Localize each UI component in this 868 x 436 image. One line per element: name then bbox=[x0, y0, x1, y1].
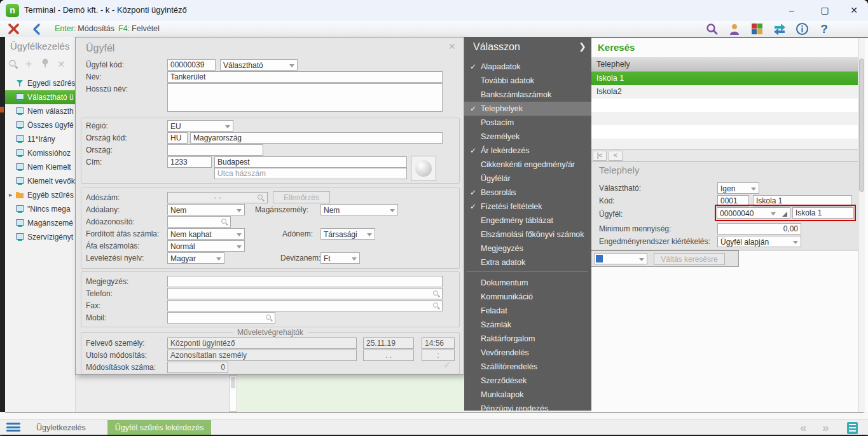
menu-item[interactable]: Ár lekérdezés bbox=[464, 144, 591, 158]
street-input[interactable] bbox=[214, 168, 407, 179]
sidebar-item[interactable]: Magánszemé bbox=[5, 216, 75, 230]
region-select[interactable]: EU bbox=[167, 120, 233, 132]
menu-item[interactable]: Ügyfélár bbox=[464, 172, 591, 186]
site-row[interactable]: Iskola 1 bbox=[591, 72, 858, 85]
sidebar-item[interactable]: Komissióhoz bbox=[5, 146, 75, 160]
help-icon[interactable]: ? bbox=[815, 22, 833, 36]
sidebar-item[interactable]: Összes ügyfé bbox=[5, 118, 75, 132]
site-customer-combo[interactable]: 00000040 bbox=[717, 207, 790, 219]
workspace-scroll-thumb[interactable] bbox=[231, 377, 235, 388]
sidebar-item[interactable]: Klemelt vevők bbox=[5, 174, 75, 188]
right-scroll-thumb[interactable] bbox=[859, 58, 864, 192]
vat-account-select[interactable]: Normál bbox=[167, 240, 245, 252]
long-name-textarea[interactable] bbox=[167, 83, 443, 112]
minimize-button[interactable]: – bbox=[781, 3, 803, 18]
mobile-input[interactable] bbox=[167, 312, 275, 324]
close-button[interactable]: ✕ bbox=[843, 3, 865, 18]
mail-lang-select[interactable]: Magyar bbox=[167, 252, 224, 264]
menu-item[interactable]: Postacím bbox=[464, 116, 591, 130]
pager-prev-button[interactable]: < bbox=[609, 151, 623, 161]
phone-input[interactable] bbox=[167, 288, 443, 299]
transfer-arrows-icon[interactable] bbox=[770, 22, 789, 36]
switch-select[interactable] bbox=[594, 253, 647, 264]
country-input[interactable] bbox=[167, 144, 263, 156]
combo-dropdown-icon[interactable] bbox=[771, 212, 776, 218]
collapse-chevron-icon[interactable]: ❯ bbox=[579, 41, 586, 51]
tax-subject-select[interactable]: Nem bbox=[167, 204, 245, 215]
pager-first-button[interactable]: |< bbox=[593, 151, 607, 161]
menu-item[interactable]: Raktárforgalom bbox=[464, 332, 591, 346]
fax-input[interactable] bbox=[167, 300, 443, 311]
tax-id-search-icon[interactable] bbox=[221, 219, 228, 226]
menu-item[interactable]: Telephelyek bbox=[464, 102, 591, 116]
menu-item[interactable]: Számlák bbox=[464, 318, 591, 332]
info-icon[interactable] bbox=[793, 22, 811, 36]
reverse-vat-select[interactable]: Nem kaphat bbox=[167, 228, 245, 240]
sidebar-item[interactable]: Nem választh bbox=[5, 104, 75, 118]
document-list-icon[interactable] bbox=[847, 422, 858, 434]
menu-item[interactable]: Dokumentum bbox=[464, 276, 591, 290]
bottom-tab[interactable]: Ügyfél szűrés lekérdezés bbox=[107, 420, 212, 435]
menu-hamburger-icon[interactable] bbox=[6, 423, 20, 433]
discount-eval-select[interactable]: Ügyfél alapján bbox=[717, 236, 801, 247]
mobile-search-icon[interactable] bbox=[266, 315, 273, 322]
shortcut-add[interactable]: F4:Felvétel bbox=[118, 24, 160, 33]
currency-select[interactable]: Ft bbox=[320, 252, 360, 264]
selectable-select[interactable]: Igen bbox=[717, 182, 759, 194]
sidebar-item[interactable]: Szervízigényt bbox=[5, 230, 75, 244]
country-code-input[interactable] bbox=[167, 132, 188, 144]
right-scrollbar[interactable] bbox=[858, 38, 865, 412]
city-input[interactable] bbox=[214, 156, 407, 168]
menu-item[interactable]: Alapadatok bbox=[464, 60, 591, 74]
zip-input[interactable] bbox=[167, 156, 212, 168]
site-customer-name-input[interactable] bbox=[792, 207, 854, 219]
search-icon[interactable] bbox=[703, 22, 721, 36]
menu-item[interactable]: Szállítórendelés bbox=[464, 360, 591, 374]
menu-item[interactable]: Szerződések bbox=[464, 374, 591, 388]
workspace-scrollbar[interactable] bbox=[229, 375, 237, 412]
tax-number-input[interactable] bbox=[167, 192, 268, 203]
sidebar-item[interactable]: "Nincs mega bbox=[5, 202, 75, 216]
menu-item[interactable]: Személyek bbox=[464, 130, 591, 144]
bottom-tab[interactable]: Ügyletkezelés bbox=[29, 420, 93, 435]
tax-number-search-icon[interactable] bbox=[258, 194, 265, 201]
menu-item[interactable]: Fizetési feltételek bbox=[464, 200, 591, 214]
form-close-icon[interactable]: ✕ bbox=[448, 41, 456, 51]
customer-code-input[interactable] bbox=[167, 59, 216, 71]
menu-item[interactable]: Cikkenkénti engedmény/ár bbox=[464, 158, 591, 172]
sidebar-add-icon[interactable]: + bbox=[25, 58, 32, 70]
nav-prev-icon[interactable]: « bbox=[800, 421, 807, 435]
menu-item[interactable]: Engedmény táblázat bbox=[464, 214, 591, 228]
back-icon[interactable] bbox=[29, 22, 43, 36]
sidebar-search-icon[interactable] bbox=[10, 60, 18, 69]
sidebar-clear-icon[interactable]: ✕ bbox=[58, 58, 65, 70]
sidebar-item[interactable]: Nem Kiemelt bbox=[5, 160, 75, 174]
phone-search-icon[interactable] bbox=[433, 290, 440, 297]
expander-icon[interactable] bbox=[9, 193, 16, 198]
modules-grid-icon[interactable] bbox=[748, 22, 766, 36]
sidebar-item[interactable]: 11*Irány bbox=[5, 132, 75, 146]
min-qty-input[interactable] bbox=[717, 223, 801, 235]
menu-item[interactable]: Kommunikáció bbox=[464, 290, 591, 304]
menu-item[interactable]: Feladat bbox=[464, 304, 591, 318]
maximize-button[interactable]: ▢ bbox=[814, 3, 836, 18]
menu-item[interactable]: Extra adatok bbox=[464, 255, 591, 269]
sidebar-item[interactable]: Egyéb szűrés bbox=[5, 188, 75, 202]
menu-item[interactable]: További adatok bbox=[464, 74, 591, 88]
sidebar-tree-icon[interactable] bbox=[41, 58, 50, 71]
menu-item[interactable]: Munkalapok bbox=[464, 388, 591, 402]
combo-corner-icon[interactable] bbox=[782, 212, 787, 217]
fax-search-icon[interactable] bbox=[433, 303, 440, 310]
country-name-input[interactable] bbox=[190, 132, 443, 144]
switch-to-search-button[interactable]: Váltás keresésre bbox=[654, 253, 725, 265]
menu-item[interactable]: Megjegyzés bbox=[464, 242, 591, 255]
customer-code-type-select[interactable]: Választható bbox=[220, 59, 298, 71]
menu-item[interactable]: Bankszámlaszámok bbox=[464, 88, 591, 102]
comment-input[interactable] bbox=[167, 276, 443, 287]
sidebar-item[interactable]: Választható ü bbox=[5, 90, 75, 104]
menu-item[interactable]: Elszámolási főkönyvi számok bbox=[464, 228, 591, 242]
verify-button[interactable]: Ellenőrzés bbox=[273, 191, 330, 203]
map-globe-button[interactable] bbox=[411, 156, 436, 181]
cancel-icon[interactable] bbox=[5, 22, 22, 36]
menu-item[interactable]: Vevőrendelés bbox=[464, 346, 591, 360]
